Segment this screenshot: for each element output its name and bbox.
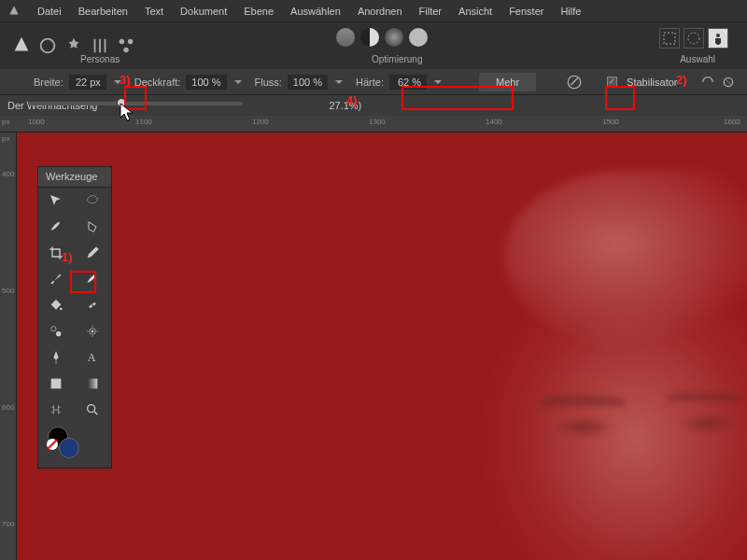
pen-tool-icon[interactable] — [38, 344, 74, 371]
menu-anordnen[interactable]: Anordnen — [358, 6, 402, 17]
menu-ansicht[interactable]: Ansicht — [458, 6, 492, 17]
deckkraft-value[interactable]: 100 % — [186, 75, 226, 90]
color-picker-tool-icon[interactable] — [75, 240, 110, 266]
fluss-dropdown-icon[interactable] — [335, 80, 343, 84]
gradient-tool-icon[interactable] — [75, 371, 110, 397]
stabilisator-label: Stabilisator — [627, 77, 677, 88]
paint-brush-tool-icon[interactable] — [38, 266, 74, 292]
haerte-dropdown-icon[interactable] — [434, 80, 442, 84]
svg-point-1 — [120, 39, 125, 45]
tools-panel: Werkzeuge A — [37, 166, 112, 469]
context-toolbar: Breite: 22 px Deckkraft: 100 % Fluss: 10… — [0, 69, 747, 95]
personas-section-label: Personas — [80, 54, 120, 64]
svg-rect-17 — [51, 379, 62, 389]
auswahl-section-label: Auswahl — [680, 54, 715, 64]
optimierung-section-label: Optimierung — [372, 54, 422, 64]
breite-value[interactable]: 22 px — [69, 75, 106, 90]
breite-dropdown-icon[interactable] — [114, 80, 121, 84]
haerte-value[interactable]: 62 % — [389, 75, 427, 90]
erase-brush-tool-icon[interactable] — [75, 266, 110, 292]
svg-rect-4 — [664, 33, 675, 44]
ruler-horizontal: px 1000 1100 1200 1300 1400 1500 1600 — [0, 116, 747, 133]
persona-develop-icon[interactable] — [63, 35, 84, 56]
svg-point-10 — [60, 308, 63, 311]
persona-export-icon[interactable] — [116, 35, 136, 56]
fluss-label: Fluss: — [255, 77, 282, 88]
persona-tone-icon[interactable] — [90, 35, 110, 56]
color-wells[interactable] — [38, 423, 111, 460]
svg-rect-18 — [88, 379, 98, 389]
clone-tool-icon[interactable] — [38, 318, 74, 344]
opt-icon-3[interactable] — [385, 28, 403, 47]
haerte-label: Härte: — [356, 77, 384, 88]
opt-icon-1[interactable] — [336, 28, 355, 47]
zoom-tool-icon[interactable] — [75, 397, 110, 423]
opt-icon-4[interactable] — [409, 28, 428, 47]
shape-tool-icon[interactable] — [38, 371, 74, 397]
svg-point-5 — [688, 33, 699, 44]
menu-filter[interactable]: Filter — [419, 6, 442, 17]
fluss-value[interactable]: 100 % — [288, 75, 328, 90]
persona-liquify-icon[interactable] — [37, 35, 58, 56]
breite-label: Breite: — [34, 77, 63, 88]
menu-fenster[interactable]: Fenster — [509, 6, 543, 17]
menu-hilfe[interactable]: Hilfe — [560, 6, 581, 17]
svg-point-19 — [88, 405, 95, 413]
dodge-tool-icon[interactable] — [75, 318, 110, 344]
svg-point-6 — [716, 34, 720, 37]
ruler-vertical: px 400 500 600 700 — [0, 133, 17, 560]
move-tool-icon[interactable] — [38, 188, 74, 214]
mehr-button[interactable]: Mehr — [479, 73, 536, 91]
svg-point-13 — [56, 331, 61, 336]
heal-brush-tool-icon[interactable] — [75, 292, 110, 318]
svg-point-3 — [123, 48, 129, 53]
no-color-icon[interactable] — [46, 438, 59, 451]
selection-marquee-icon[interactable] — [659, 28, 680, 49]
menu-dokument[interactable]: Dokument — [180, 6, 227, 17]
persona-photo-icon[interactable] — [11, 35, 32, 56]
deckkraft-label: Deckkraft: — [134, 77, 181, 88]
flood-select-tool-icon[interactable] — [75, 214, 110, 240]
persona-toolbar: Personas Optimierung Auswahl — [0, 22, 747, 69]
background-color-well[interactable] — [59, 438, 79, 458]
fill-tool-icon[interactable] — [38, 292, 74, 318]
tools-panel-header[interactable]: Werkzeuge — [38, 167, 111, 188]
svg-point-0 — [41, 39, 55, 53]
view-tool-icon[interactable] — [38, 397, 74, 423]
document-bar: Der Weihnachtseng 27.1%) — [0, 95, 747, 116]
menu-bearbeiten[interactable]: Bearbeiten — [78, 6, 128, 17]
svg-text:A: A — [88, 351, 96, 364]
selection-brush-tool-icon[interactable] — [38, 214, 74, 240]
opt-icon-2[interactable] — [360, 28, 379, 47]
app-logo-icon — [7, 5, 21, 18]
force-pressure-icon[interactable] — [564, 72, 585, 92]
canvas-mask-overlay — [17, 133, 747, 560]
selection-man-icon[interactable] — [708, 28, 728, 49]
svg-point-9 — [88, 196, 98, 203]
document-zoom: 27.1%) — [329, 100, 361, 111]
selection-circle-icon[interactable] — [684, 28, 704, 49]
svg-point-12 — [51, 327, 56, 331]
menu-datei[interactable]: Datei — [37, 6, 62, 17]
lasso-tool-icon[interactable] — [75, 188, 110, 214]
menu-ebene[interactable]: Ebene — [244, 6, 274, 17]
crop-tool-icon[interactable] — [38, 240, 74, 266]
menu-bar: Datei Bearbeiten Text Dokument Ebene Aus… — [0, 0, 747, 22]
menu-auswaehlen[interactable]: Auswählen — [290, 6, 341, 17]
canvas-area[interactable] — [17, 133, 747, 560]
deckkraft-dropdown-icon[interactable] — [234, 80, 242, 84]
window-stabilizer-icon[interactable] — [721, 75, 736, 90]
rope-stabilizer-icon[interactable] — [700, 75, 715, 90]
menu-text[interactable]: Text — [145, 6, 163, 17]
text-tool-icon[interactable]: A — [75, 344, 110, 371]
svg-point-2 — [128, 39, 134, 45]
stabilisator-checkbox[interactable]: ✓ — [607, 77, 617, 87]
mouse-cursor-icon — [120, 103, 136, 123]
svg-point-15 — [92, 330, 94, 333]
